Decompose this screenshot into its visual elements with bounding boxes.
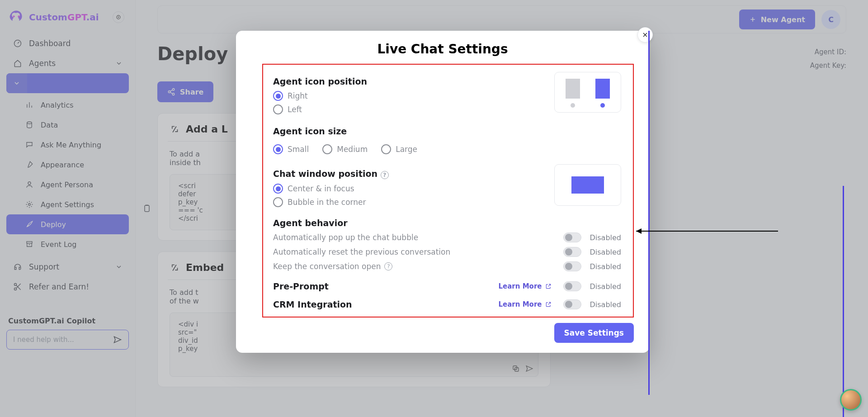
modal-title: Live Chat Settings	[236, 42, 649, 57]
switch[interactable]	[563, 299, 581, 309]
toggle-autopopup: Automatically pop up the chat bubble Dis…	[273, 232, 621, 242]
annotation-arrow	[631, 227, 780, 236]
switch[interactable]	[563, 261, 581, 271]
section-behavior: Agent behavior	[273, 218, 621, 228]
icon-position-preview	[554, 72, 621, 113]
radio-icon	[273, 184, 283, 194]
livechat-settings-modal: Live Chat Settings Agent icon position R…	[236, 31, 649, 353]
section-chat-position: Chat window position ?	[273, 169, 545, 179]
radio-center[interactable]: Center & in focus	[273, 184, 545, 194]
radio-bubble[interactable]: Bubble in the corner	[273, 197, 545, 207]
help-icon[interactable]: ?	[384, 262, 392, 270]
radio-icon	[273, 144, 283, 154]
radio-medium[interactable]: Medium	[322, 144, 368, 154]
close-button[interactable]	[637, 27, 653, 43]
floating-support-avatar[interactable]	[840, 389, 862, 411]
help-icon[interactable]: ?	[381, 171, 389, 179]
annotation-line	[648, 31, 650, 395]
svg-marker-18	[636, 228, 642, 234]
switch[interactable]	[563, 247, 581, 257]
section-icon-size: Agent icon size	[273, 126, 621, 136]
radio-icon	[273, 197, 283, 207]
radio-right[interactable]: Right	[273, 91, 545, 101]
row-crm: CRM Integration Learn More Disabled	[273, 299, 621, 309]
radio-icon	[322, 144, 332, 154]
toggle-keepopen: Keep the conversation open ? Disabled	[273, 261, 621, 271]
radio-icon	[381, 144, 391, 154]
radio-small[interactable]: Small	[273, 144, 309, 154]
learn-more-link[interactable]: Learn More	[499, 300, 552, 308]
external-link-icon	[545, 283, 552, 289]
radio-left[interactable]: Left	[273, 104, 545, 114]
switch[interactable]	[563, 232, 581, 242]
toggle-autoreset: Automatically reset the previous convers…	[273, 247, 621, 257]
section-icon-position: Agent icon position	[273, 76, 545, 86]
row-preprompt: Pre-Prompt Learn More Disabled	[273, 281, 621, 291]
settings-highlight-box: Agent icon position Right Left Agent ico…	[262, 64, 634, 317]
save-settings-button[interactable]: Save Settings	[554, 323, 634, 343]
close-icon	[642, 31, 649, 38]
chat-position-preview	[554, 164, 621, 206]
external-link-icon	[545, 301, 552, 308]
radio-icon	[273, 104, 283, 114]
radio-large[interactable]: Large	[381, 144, 417, 154]
learn-more-link[interactable]: Learn More	[499, 282, 552, 290]
radio-icon	[273, 91, 283, 101]
switch[interactable]	[563, 281, 581, 291]
annotation-line	[843, 186, 844, 417]
